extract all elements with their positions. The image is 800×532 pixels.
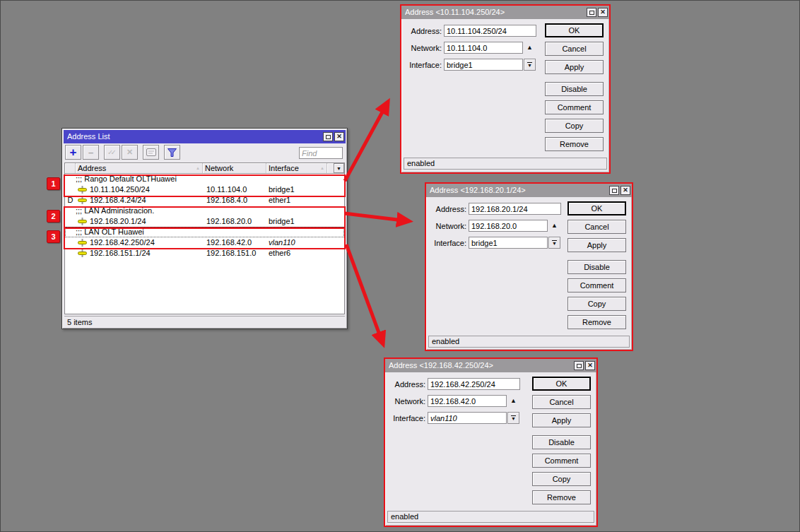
disable-button[interactable]: ✕	[122, 145, 138, 160]
remove-button[interactable]: Remove	[532, 490, 591, 504]
address-dialog-2-highlight: Address <192.168.20.1/24> ✕ Address: Net…	[425, 182, 633, 351]
enable-icon: ✓✓	[107, 148, 117, 156]
add-button[interactable]: +	[65, 145, 81, 160]
sort-icon: ▲	[196, 166, 200, 170]
address-list-window: Address List ✕ + – ✓✓ ✕ Address ▲	[61, 128, 348, 329]
disable-button[interactable]: Disable	[567, 260, 626, 274]
cancel-button[interactable]: Cancel	[545, 42, 604, 56]
table-row[interactable]: 10.11.104.250/24 10.11.104.0 bridge1	[65, 184, 344, 195]
comment-button[interactable]	[143, 145, 159, 160]
collapse-arrow-icon[interactable]: ▲	[510, 395, 517, 406]
dialog-title: Address <192.168.42.250/24>	[389, 359, 574, 372]
column-interface[interactable]: Interface ▲	[266, 163, 327, 173]
address-field[interactable]	[444, 25, 536, 37]
maximize-icon[interactable]	[574, 361, 584, 370]
column-address[interactable]: Address ▲	[76, 163, 203, 173]
network-field[interactable]	[444, 42, 523, 54]
interface-label: Interface:	[385, 413, 425, 424]
remove-button[interactable]: –	[83, 145, 99, 160]
table-row[interactable]: D 192.168.4.24/24 192.168.4.0 ether1	[65, 195, 344, 206]
apply-button[interactable]: Apply	[567, 238, 626, 252]
column-flags[interactable]	[65, 163, 76, 173]
address-label: Address:	[426, 203, 466, 215]
network-field[interactable]	[469, 220, 548, 232]
close-icon[interactable]: ✕	[598, 8, 608, 17]
address-field[interactable]	[469, 203, 561, 215]
ip-address-icon	[78, 196, 87, 204]
apply-button[interactable]: Apply	[545, 60, 604, 74]
chevron-down-icon: ▼	[336, 166, 341, 171]
disable-button[interactable]: Disable	[532, 435, 591, 449]
interface-dropdown-button[interactable]: ▼	[524, 59, 536, 71]
disable-button[interactable]: Disable	[545, 82, 604, 96]
copy-button[interactable]: Copy	[545, 119, 604, 133]
enabled-status: enabled	[428, 336, 630, 348]
arrow-to-dialog-3	[346, 244, 383, 344]
interface-field[interactable]	[469, 237, 548, 249]
disable-icon: ✕	[127, 148, 133, 157]
ip-address-icon	[78, 239, 87, 247]
add-icon: +	[70, 147, 77, 158]
annotation-badge-3: 3	[47, 230, 60, 243]
arrow-to-dialog-1	[345, 102, 388, 181]
comment-button[interactable]: Comment	[532, 454, 591, 468]
table-row[interactable]: 192.168.20.1/24 192.168.20.0 bridge1	[65, 216, 344, 227]
comment-row[interactable]: ;;; LAN Administracion.	[65, 206, 344, 216]
comment-row[interactable]: ;;; LAN OLT Huawei	[65, 227, 344, 237]
address-dialog-1: Address <10.11.104.250/24> ✕ Address: Ne…	[401, 6, 609, 172]
maximize-icon[interactable]	[323, 132, 333, 141]
collapse-arrow-icon[interactable]: ▲	[527, 42, 533, 53]
network-label: Network:	[426, 220, 466, 232]
network-field[interactable]	[428, 395, 507, 407]
address-dialog-2: Address <192.168.20.1/24> ✕ Address: Net…	[426, 184, 632, 350]
apply-button[interactable]: Apply	[532, 413, 591, 427]
comment-row[interactable]: ;;; Rango Default OLTHuawei	[65, 174, 344, 184]
find-input[interactable]	[299, 147, 343, 159]
ok-button[interactable]: OK	[567, 201, 626, 215]
address-dialog-3: Address <192.168.42.250/24> ✕ Address: N…	[385, 359, 596, 526]
remove-icon: –	[88, 147, 93, 158]
comment-button[interactable]: Comment	[567, 278, 626, 292]
column-network[interactable]: Network	[203, 163, 266, 173]
address-field[interactable]	[428, 378, 520, 390]
ok-button[interactable]: OK	[545, 23, 604, 37]
address-label: Address:	[401, 25, 442, 37]
address-label: Address:	[385, 379, 425, 390]
dialog-titlebar[interactable]: Address <192.168.42.250/24> ✕	[385, 359, 596, 372]
network-label: Network:	[385, 396, 425, 407]
cancel-button[interactable]: Cancel	[532, 395, 591, 409]
collapse-arrow-icon[interactable]: ▲	[551, 220, 558, 231]
filter-button[interactable]	[164, 145, 180, 160]
interface-dropdown-button[interactable]: ▼	[507, 412, 519, 424]
close-icon[interactable]: ✕	[334, 132, 344, 141]
filter-funnel-icon	[167, 148, 177, 157]
close-icon[interactable]: ✕	[620, 186, 630, 195]
address-list-titlebar[interactable]: Address List ✕	[64, 130, 346, 143]
interface-dropdown-button[interactable]: ▼	[548, 237, 560, 249]
address-list-table: Address ▲ Network Interface ▲ ▼ ;;; Rang…	[64, 162, 345, 314]
table-row[interactable]: 192.168.42.250/24 192.168.42.0 vlan110	[65, 237, 344, 248]
annotation-badge-1: 1	[47, 177, 60, 190]
close-icon[interactable]: ✕	[585, 361, 595, 370]
dynamic-flag: D	[65, 195, 76, 206]
dialog-titlebar[interactable]: Address <192.168.20.1/24> ✕	[426, 184, 632, 197]
chevron-down-icon: ▼	[511, 417, 516, 421]
copy-button[interactable]: Copy	[532, 472, 591, 486]
maximize-icon[interactable]	[587, 8, 596, 17]
ok-button[interactable]: OK	[532, 377, 591, 391]
table-row[interactable]: 192.168.151.1/24 192.168.151.0 ether6	[65, 248, 344, 259]
cancel-button[interactable]: Cancel	[567, 220, 626, 234]
copy-button[interactable]: Copy	[567, 297, 626, 311]
interface-field[interactable]	[444, 59, 523, 71]
remove-button[interactable]: Remove	[567, 315, 626, 329]
items-count-status: 5 items	[64, 316, 345, 327]
column-select-dropdown[interactable]: ▼	[334, 163, 344, 173]
enable-button[interactable]: ✓✓	[104, 145, 120, 160]
interface-field[interactable]	[428, 412, 507, 424]
remove-button[interactable]: Remove	[545, 137, 604, 151]
comment-button[interactable]: Comment	[545, 100, 604, 114]
arrow-to-dialog-2	[345, 213, 409, 221]
maximize-icon[interactable]	[609, 186, 619, 195]
dialog-titlebar[interactable]: Address <10.11.104.250/24> ✕	[401, 6, 609, 19]
ip-address-icon	[78, 249, 87, 257]
